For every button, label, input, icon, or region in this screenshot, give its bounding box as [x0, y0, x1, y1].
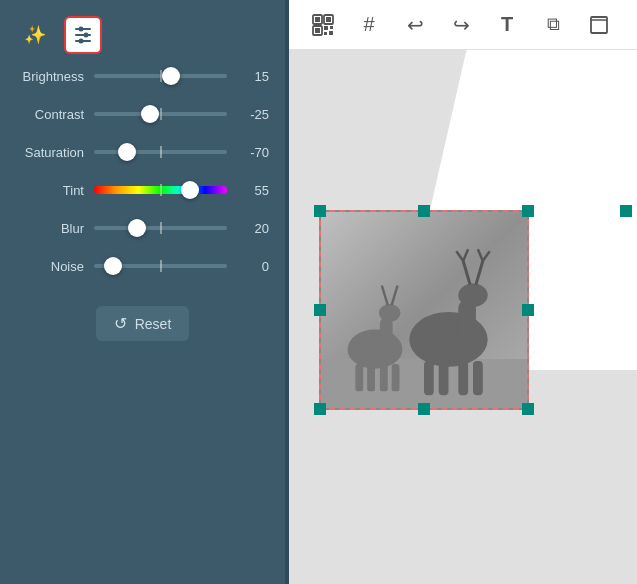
- qr-toolbar-icon[interactable]: [309, 11, 337, 39]
- contrast-track-wrap[interactable]: [94, 104, 227, 124]
- saturation-value: -70: [237, 145, 269, 160]
- redo-toolbar-button[interactable]: ↪: [447, 11, 475, 39]
- contrast-tick: [160, 108, 162, 120]
- svg-rect-7: [315, 17, 320, 22]
- svg-rect-14: [324, 32, 327, 35]
- saturation-tick: [160, 146, 162, 158]
- tint-track: [94, 186, 227, 194]
- blur-label: Blur: [16, 221, 84, 236]
- adjustments-sliders-icon: [72, 24, 94, 46]
- contrast-value: -25: [237, 107, 269, 122]
- saturation-track-wrap[interactable]: [94, 142, 227, 162]
- svg-rect-12: [324, 26, 328, 30]
- brightness-thumb[interactable]: [162, 67, 180, 85]
- blur-track-wrap[interactable]: [94, 218, 227, 238]
- crop-toolbar-button[interactable]: [585, 11, 613, 39]
- text-toolbar-button[interactable]: T: [493, 11, 521, 39]
- svg-rect-40: [380, 364, 388, 391]
- slider-row-blur: Blur20: [16, 218, 269, 238]
- auto-enhance-button[interactable]: ✨: [16, 16, 54, 54]
- contrast-track: [94, 112, 227, 116]
- saturation-label: Saturation: [16, 145, 84, 160]
- saturation-thumb[interactable]: [118, 143, 136, 161]
- noise-track-wrap[interactable]: [94, 256, 227, 276]
- reset-label: Reset: [135, 316, 172, 332]
- slider-row-saturation: Saturation-70: [16, 142, 269, 162]
- handle-bottom-right[interactable]: [522, 403, 534, 415]
- saturation-track: [94, 150, 227, 154]
- contrast-thumb[interactable]: [141, 105, 159, 123]
- tint-track-wrap[interactable]: [94, 180, 227, 200]
- handle-bottom-mid[interactable]: [418, 403, 430, 415]
- handle-top-right[interactable]: [522, 205, 534, 217]
- noise-tick: [160, 260, 162, 272]
- svg-point-3: [79, 27, 84, 32]
- deer-silhouette: [321, 212, 527, 408]
- brightness-track: [94, 74, 227, 78]
- svg-point-33: [348, 330, 403, 369]
- svg-rect-13: [330, 26, 333, 29]
- svg-rect-31: [458, 361, 468, 395]
- blur-track: [94, 226, 227, 230]
- right-panel: # ↩ ↪ T ⧉: [289, 0, 637, 584]
- copy-toolbar-button[interactable]: ⧉: [539, 11, 567, 39]
- undo-toolbar-button[interactable]: ↩: [401, 11, 429, 39]
- tint-tick: [160, 184, 162, 196]
- toolbar: # ↩ ↪ T ⧉: [289, 0, 637, 50]
- blur-thumb[interactable]: [128, 219, 146, 237]
- slider-row-noise: Noise0: [16, 256, 269, 276]
- slider-row-contrast: Contrast-25: [16, 104, 269, 124]
- brightness-label: Brightness: [16, 69, 84, 84]
- svg-rect-29: [424, 361, 434, 395]
- svg-point-5: [79, 39, 84, 44]
- handle-top-mid[interactable]: [418, 205, 430, 217]
- tint-value: 55: [237, 183, 269, 198]
- svg-point-35: [379, 304, 401, 322]
- tint-thumb[interactable]: [181, 181, 199, 199]
- blur-tick: [160, 222, 162, 234]
- canvas-area: [289, 50, 637, 584]
- handle-mid-left[interactable]: [314, 304, 326, 316]
- handle-top-left[interactable]: [314, 205, 326, 217]
- noise-value: 0: [237, 259, 269, 274]
- svg-rect-15: [329, 31, 333, 35]
- selected-image[interactable]: [319, 210, 529, 410]
- adjustments-button[interactable]: [64, 16, 102, 54]
- handle-bottom-left[interactable]: [314, 403, 326, 415]
- svg-rect-38: [355, 364, 363, 391]
- handle-mid-right[interactable]: [522, 304, 534, 316]
- brightness-track-wrap[interactable]: [94, 66, 227, 86]
- contrast-label: Contrast: [16, 107, 84, 122]
- reset-icon: ↺: [114, 314, 127, 333]
- auto-enhance-icon: ✨: [24, 24, 46, 46]
- svg-rect-30: [439, 361, 449, 395]
- svg-rect-34: [380, 318, 393, 352]
- grid-toolbar-icon[interactable]: #: [355, 11, 383, 39]
- reset-button[interactable]: ↺ Reset: [96, 306, 190, 341]
- slider-row-brightness: Brightness15: [16, 66, 269, 86]
- noise-label: Noise: [16, 259, 84, 274]
- svg-point-22: [458, 284, 487, 308]
- svg-point-4: [84, 33, 89, 38]
- tint-label: Tint: [16, 183, 84, 198]
- noise-track: [94, 264, 227, 268]
- svg-rect-41: [392, 364, 400, 391]
- top-icons-row: ✨: [0, 10, 285, 66]
- deer-image: [321, 212, 527, 408]
- svg-rect-39: [367, 364, 375, 391]
- outer-handle-tr: [620, 205, 632, 217]
- svg-rect-11: [315, 28, 320, 33]
- sliders-section: Brightness15Contrast-25Saturation-70Tint…: [0, 66, 285, 276]
- brightness-value: 15: [237, 69, 269, 84]
- noise-thumb[interactable]: [104, 257, 122, 275]
- blur-value: 20: [237, 221, 269, 236]
- left-panel: ✨ Brightness15Contrast-25Saturation-70Ti…: [0, 0, 285, 584]
- slider-row-tint: Tint55: [16, 180, 269, 200]
- svg-rect-9: [326, 17, 331, 22]
- svg-rect-32: [473, 361, 483, 395]
